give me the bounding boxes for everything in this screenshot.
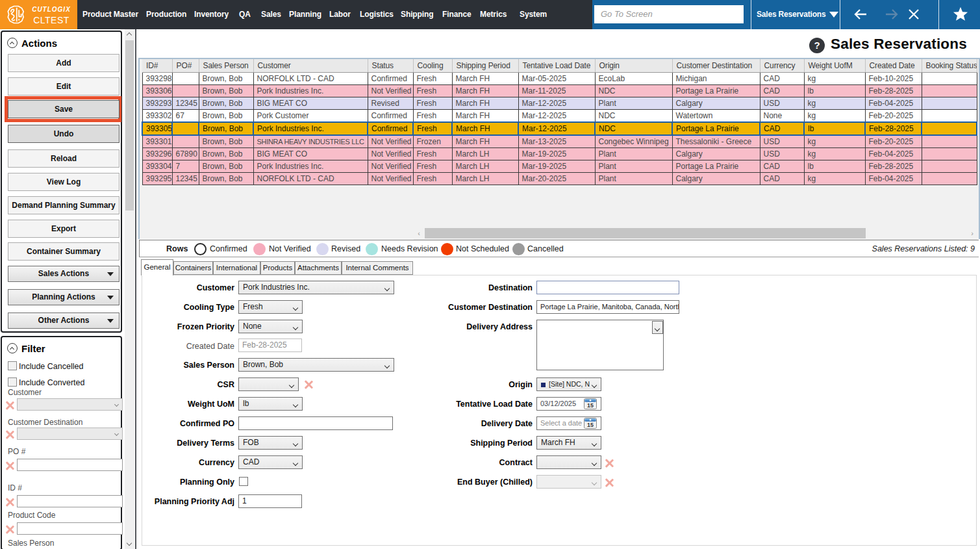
svg-text:15: 15 <box>587 402 594 409</box>
svg-text:15: 15 <box>587 422 594 428</box>
